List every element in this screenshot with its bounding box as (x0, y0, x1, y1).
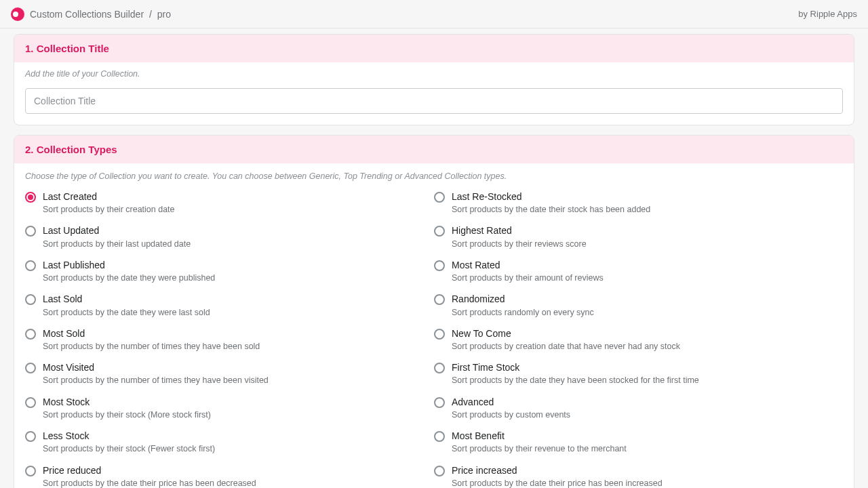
radio-last-re-stocked[interactable]: Last Re-StockedSort products by the date… (434, 190, 843, 215)
radio-title: Highest Rated (452, 224, 587, 237)
topbar: Custom Collections Builder / pro by Ripp… (0, 0, 868, 28)
radio-desc: Sort products by their reviews score (452, 239, 587, 249)
radio-title: Last Created (43, 190, 175, 203)
radio-first-time-stock[interactable]: First Time StockSort products by the dat… (434, 361, 843, 386)
radio-title: Most Benefit (452, 430, 627, 442)
radio-title: Last Re-Stocked (452, 190, 650, 203)
radio-most-sold[interactable]: Most SoldSort products by the number of … (25, 327, 434, 352)
radio-price-reduced[interactable]: Price reducedSort products by the date t… (25, 464, 434, 489)
breadcrumb: Custom Collections Builder / pro (30, 9, 171, 20)
radio-button-icon[interactable] (434, 260, 445, 271)
radio-button-icon[interactable] (25, 431, 36, 442)
radio-desc: Sort products by custom events (452, 409, 570, 420)
radio-button-icon[interactable] (434, 294, 445, 305)
collection-types-col-right: Last Re-StockedSort products by the date… (434, 190, 843, 488)
radio-most-visited[interactable]: Most VisitedSort products by the number … (25, 361, 434, 386)
input-wrap (14, 81, 854, 125)
radio-text: AdvancedSort products by custom events (452, 396, 570, 420)
radio-title: Most Stock (43, 396, 211, 408)
radio-button-icon[interactable] (25, 397, 36, 408)
radio-desc: Sort products by the number of times the… (43, 375, 269, 386)
radio-text: Last UpdatedSort products by their last … (43, 224, 191, 249)
radio-desc: Sort products by their amount of reviews (452, 272, 604, 283)
collection-title-input[interactable] (25, 88, 843, 114)
radio-button-icon[interactable] (25, 226, 36, 237)
breadcrumb-separator: / (149, 9, 152, 20)
radio-title: Less Stock (43, 430, 215, 442)
radio-title: Last Updated (43, 224, 191, 237)
radio-button-icon[interactable] (434, 226, 445, 237)
radio-title: Price increased (452, 464, 663, 476)
radio-advanced[interactable]: AdvancedSort products by custom events (434, 396, 843, 420)
radio-desc: Sort products by the date their stock ha… (452, 204, 650, 215)
radio-text: Last CreatedSort products by their creat… (43, 190, 175, 215)
radio-button-icon[interactable] (25, 294, 36, 305)
radio-text: Last Re-StockedSort products by the date… (452, 190, 650, 215)
radio-randomized[interactable]: RandomizedSort products randomly on ever… (434, 293, 843, 317)
radio-desc: Sort products by the number of times the… (43, 341, 260, 352)
radio-desc: Sort products by the date they have been… (452, 375, 699, 386)
radio-most-stock[interactable]: Most StockSort products by their stock (… (25, 396, 434, 420)
page-body: 1. Collection Title Add the title of you… (0, 28, 868, 488)
radio-button-icon[interactable] (25, 363, 36, 373)
radio-button-icon[interactable] (25, 260, 36, 271)
radio-desc: Sort products by their revenue to the me… (452, 443, 627, 454)
radio-less-stock[interactable]: Less StockSort products by their stock (… (25, 430, 434, 454)
radio-text: Most SoldSort products by the number of … (43, 327, 260, 352)
app-logo-icon (11, 7, 24, 21)
section-heading: 2. Collection Types (25, 144, 843, 155)
radio-text: Less StockSort products by their stock (… (43, 430, 215, 454)
radio-last-sold[interactable]: Last SoldSort products by the date they … (25, 293, 434, 317)
radio-new-to-come[interactable]: New To ComeSort products by creation dat… (434, 327, 843, 352)
section-header: 2. Collection Types (14, 136, 854, 163)
radio-desc: Sort products by creation date that have… (452, 341, 680, 352)
radio-last-created[interactable]: Last CreatedSort products by their creat… (25, 190, 434, 215)
breadcrumb-page: pro (157, 9, 171, 20)
radio-title: Most Rated (452, 259, 604, 271)
radio-last-updated[interactable]: Last UpdatedSort products by their last … (25, 224, 434, 249)
radio-text: Price increasedSort products by the date… (452, 464, 663, 489)
section-heading: 1. Collection Title (25, 43, 843, 54)
radio-button-icon[interactable] (434, 192, 445, 203)
section-collection-title: 1. Collection Title Add the title of you… (14, 34, 854, 125)
radio-text: Most StockSort products by their stock (… (43, 396, 211, 420)
radio-title: New To Come (452, 327, 680, 340)
radio-title: Price reduced (43, 464, 256, 476)
radio-price-increased[interactable]: Price increasedSort products by the date… (434, 464, 843, 489)
radio-text: Most RatedSort products by their amount … (452, 259, 604, 283)
radio-title: Most Visited (43, 361, 269, 373)
radio-text: RandomizedSort products randomly on ever… (452, 293, 594, 317)
radio-text: Price reducedSort products by the date t… (43, 464, 256, 489)
radio-button-icon[interactable] (25, 329, 36, 340)
section-header: 1. Collection Title (14, 35, 854, 62)
radio-text: New To ComeSort products by creation dat… (452, 327, 680, 352)
radio-desc: Sort products by the date their price ha… (43, 478, 256, 488)
radio-button-icon[interactable] (434, 363, 445, 373)
radio-button-icon[interactable] (434, 466, 445, 476)
radio-desc: Sort products by their last updated date (43, 239, 191, 249)
radio-desc: Sort products by their stock (Fewer stoc… (43, 443, 215, 454)
radio-desc: Sort products by the date they were publ… (43, 272, 215, 283)
app-name: Custom Collections Builder (30, 9, 144, 20)
radio-desc: Sort products by their creation date (43, 204, 175, 215)
collection-types-col-left: Last CreatedSort products by their creat… (25, 190, 434, 488)
radio-highest-rated[interactable]: Highest RatedSort products by their revi… (434, 224, 843, 249)
radio-title: Most Sold (43, 327, 260, 340)
radio-most-rated[interactable]: Most RatedSort products by their amount … (434, 259, 843, 283)
radio-last-published[interactable]: Last PublishedSort products by the date … (25, 259, 434, 283)
radio-button-icon[interactable] (434, 397, 445, 408)
radio-title: First Time Stock (452, 361, 699, 373)
radio-button-icon[interactable] (25, 192, 36, 203)
radio-button-icon[interactable] (25, 466, 36, 476)
radio-most-benefit[interactable]: Most BenefitSort products by their reven… (434, 430, 843, 454)
radio-desc: Sort products by their stock (More stock… (43, 409, 211, 420)
radio-text: Most VisitedSort products by the number … (43, 361, 269, 386)
vendor-label: by Ripple Apps (798, 9, 857, 19)
radio-button-icon[interactable] (434, 431, 445, 442)
radio-desc: Sort products by the date they were last… (43, 307, 210, 318)
section-hint: Add the title of your Collection. (14, 62, 854, 81)
radio-desc: Sort products randomly on every sync (452, 307, 594, 318)
radio-button-icon[interactable] (434, 329, 445, 340)
radio-text: Most BenefitSort products by their reven… (452, 430, 627, 454)
radio-title: Randomized (452, 293, 594, 305)
